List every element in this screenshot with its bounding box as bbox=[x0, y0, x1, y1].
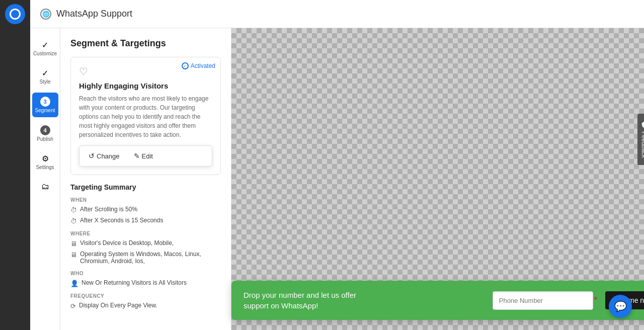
edit-icon: ✎ bbox=[134, 152, 140, 160]
when-label: WHEN bbox=[70, 197, 221, 203]
list-item: ⟳ Display On Every Page View. bbox=[70, 302, 221, 310]
where-label: WHERE bbox=[70, 231, 221, 236]
activated-check-icon: ✓ bbox=[182, 62, 189, 69]
visitor-icon: 👤 bbox=[70, 280, 78, 287]
sidebar-item-label: Segment bbox=[35, 108, 55, 113]
segment-panel: Segment & Targetings ✓ Activated ♡ Highl… bbox=[60, 28, 231, 330]
chat-icon: 💬 bbox=[614, 300, 627, 312]
left-nav: ✓ Customize ✓ Style 3 Segment 4 Publish bbox=[30, 28, 60, 330]
card-title: Highly Engaging Visitors bbox=[79, 81, 212, 90]
sidebar-item-segment[interactable]: 3 Segment bbox=[32, 93, 58, 117]
feedback-tab[interactable]: 💬 Feedback bbox=[637, 114, 644, 165]
change-icon: ↺ bbox=[89, 152, 95, 160]
topbar: 🌐 WhatsApp Support bbox=[30, 0, 644, 28]
clock-icon: ⏱ bbox=[70, 217, 77, 225]
segment-card: ✓ Activated ♡ Highly Engaging Visitors R… bbox=[70, 57, 221, 175]
phone-number-input[interactable] bbox=[493, 291, 593, 310]
main-area: 🌐 WhatsApp Support ✓ Customize ✓ Style bbox=[30, 0, 644, 330]
segment-badge: 3 bbox=[40, 97, 50, 107]
app-logo[interactable] bbox=[5, 4, 25, 24]
content-area: ✓ Customize ✓ Style 3 Segment 4 Publish bbox=[30, 28, 644, 330]
sidebar-item-misc[interactable]: 🗂 bbox=[32, 178, 58, 196]
panel-title: Segment & Targetings bbox=[70, 38, 221, 49]
sidebar-item-customize[interactable]: ✓ Customize bbox=[32, 36, 58, 60]
style-icon: ✓ bbox=[42, 68, 48, 78]
list-item: ⏱ After X Seconds is 15 Seconds bbox=[70, 217, 221, 225]
archive-icon: 🗂 bbox=[41, 182, 49, 191]
activated-badge: ✓ Activated bbox=[182, 62, 215, 69]
app-sidebar bbox=[0, 0, 30, 330]
summary-title: Targeting Summary bbox=[70, 183, 221, 191]
popup-widget: × Drop your number and let us offer supp… bbox=[231, 281, 644, 320]
targeting-summary: Targeting Summary WHEN ⏱ After Scrolling… bbox=[70, 183, 221, 310]
chat-button[interactable]: 💬 bbox=[609, 295, 632, 318]
sidebar-item-label: Customize bbox=[33, 51, 57, 56]
edit-button[interactable]: ✎ Edit bbox=[128, 149, 159, 163]
repeat-icon: ⟳ bbox=[70, 302, 76, 310]
publish-badge: 4 bbox=[40, 125, 50, 135]
globe-icon: 🌐 bbox=[40, 9, 51, 20]
feedback-icon: 💬 bbox=[640, 121, 644, 128]
popup-text: Drop your number and let us offer suppor… bbox=[244, 290, 485, 311]
list-item: 🖥 Visitor's Device is Desktop, Mobile, bbox=[70, 239, 221, 248]
card-description: Reach the visitors who are most likely t… bbox=[79, 94, 212, 139]
preview-area: × Drop your number and let us offer supp… bbox=[231, 28, 644, 330]
settings-icon: ⚙ bbox=[42, 154, 49, 163]
list-item: ⏱ After Scrolling is 50% bbox=[70, 206, 221, 214]
customize-icon: ✓ bbox=[42, 40, 48, 50]
who-label: WHO bbox=[70, 271, 221, 276]
page-title: WhatsApp Support bbox=[56, 9, 132, 19]
card-actions: ↺ Change ✎ Edit bbox=[79, 145, 212, 167]
list-item: 👤 New Or Returning Visitors is All Visit… bbox=[70, 279, 221, 287]
required-indicator: * bbox=[594, 296, 597, 305]
device-icon: 🖥 bbox=[70, 240, 77, 248]
sidebar-item-settings[interactable]: ⚙ Settings bbox=[32, 150, 58, 174]
sidebar-item-label: Publish bbox=[37, 136, 53, 142]
frequency-label: FREQUENCY bbox=[70, 293, 221, 299]
clock-icon: ⏱ bbox=[70, 206, 77, 214]
sidebar-item-label: Style bbox=[39, 79, 50, 85]
sidebar-item-style[interactable]: ✓ Style bbox=[32, 64, 58, 89]
sidebar-item-label: Settings bbox=[36, 164, 54, 170]
change-button[interactable]: ↺ Change bbox=[83, 149, 126, 163]
list-item: 🖥 Operating System is Windows, Macos, Li… bbox=[70, 251, 221, 265]
os-icon: 🖥 bbox=[70, 251, 77, 259]
sidebar-item-publish[interactable]: 4 Publish bbox=[32, 121, 58, 146]
